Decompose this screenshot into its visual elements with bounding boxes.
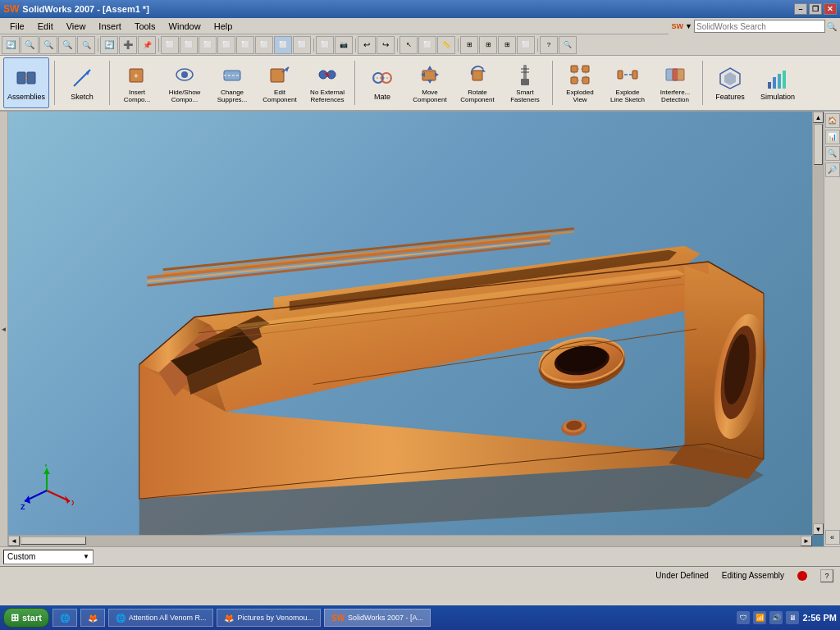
tool-add[interactable]: ➕ [119, 36, 137, 54]
tool-measure[interactable]: 📏 [437, 36, 455, 54]
tool-view-top[interactable]: ⬜ [180, 36, 198, 54]
svg-rect-27 [472, 71, 482, 80]
menu-view[interactable]: View [60, 20, 93, 33]
tool-view-front[interactable]: ⬜ [161, 36, 179, 54]
ribbon-explode-line[interactable]: ExplodeLine Sketch [605, 57, 650, 108]
menu-insert[interactable]: Insert [92, 20, 128, 33]
model-canvas[interactable]: X Y Z [8, 112, 824, 546]
tool-zoom-in[interactable]: 🔍 [21, 36, 39, 54]
move-component-label: MoveComponent [413, 89, 446, 104]
taskbar-pictures-icon: 🦊 [224, 614, 234, 623]
sidebar-home[interactable]: 🏠 [825, 113, 840, 128]
tool-pin[interactable]: 📌 [138, 36, 156, 54]
scroll-down-button[interactable]: ▼ [813, 523, 824, 535]
scroll-thumb-v[interactable] [814, 124, 823, 165]
tool-display3[interactable]: ⬜ [274, 36, 292, 54]
taskbar-solidworks[interactable]: SW SolidWorks 2007 - [A... [324, 609, 431, 627]
svg-marker-92 [43, 468, 50, 474]
ribbon-mate[interactable]: Mate [360, 57, 404, 108]
tool-refresh[interactable]: 🔄 [100, 36, 118, 54]
tool-zoom-fit[interactable]: 🔍 [58, 36, 76, 54]
status-bar: Under Defined Editing Assembly ? [0, 566, 840, 584]
ribbon-no-ext-refs[interactable]: No ExternalReferences [305, 57, 349, 108]
menu-edit[interactable]: Edit [31, 20, 60, 33]
help-button[interactable]: ? [820, 569, 833, 582]
scroll-right-button[interactable]: ► [801, 536, 812, 546]
tool-3d1[interactable]: ⬜ [517, 36, 535, 54]
left-panel-toggle[interactable]: ◄ [0, 112, 8, 546]
tool-search[interactable]: 🔍 [559, 36, 577, 54]
view-dropdown[interactable]: Custom ▼ [3, 550, 94, 564]
tool-display2[interactable]: ⬜ [255, 36, 273, 54]
scroll-left-button[interactable]: ◄ [8, 536, 20, 546]
ribbon-exploded-view[interactable]: ExplodedView [558, 57, 602, 108]
ribbon-sep3 [354, 61, 355, 105]
search-icon[interactable]: 🔍 [827, 22, 837, 31]
svg-rect-49 [773, 77, 776, 89]
ribbon-move-component[interactable]: MoveComponent [408, 57, 452, 108]
sidebar-collapse[interactable]: « [825, 530, 840, 545]
tray-shield: 🛡 [737, 611, 750, 624]
menu-tools[interactable]: Tools [128, 20, 162, 33]
tool-table[interactable]: ⊞ [479, 36, 497, 54]
tool-display1[interactable]: ⬜ [236, 36, 254, 54]
ribbon-rotate-component[interactable]: RotateComponent [455, 57, 500, 108]
tool-rotate-view[interactable]: 🔄 [2, 36, 20, 54]
menu-help[interactable]: Help [208, 20, 240, 33]
svg-rect-42 [632, 71, 637, 79]
tool-display4[interactable]: ⬜ [293, 36, 311, 54]
ribbon-edit-component[interactable]: EditComponent [258, 57, 302, 108]
tool-select[interactable]: ↖ [399, 36, 418, 54]
tool-options[interactable]: ⊞ [498, 36, 516, 54]
ribbon-insert-component[interactable]: + InsertCompo... [115, 57, 159, 108]
tool-redo[interactable]: ↪ [377, 36, 395, 54]
tool-select2[interactable]: ⬜ [418, 36, 436, 54]
tool-zoom-area[interactable]: 🔍 [77, 36, 95, 54]
ribbon-features[interactable]: Features [708, 57, 752, 108]
restore-button[interactable]: ❐ [809, 3, 822, 15]
minimize-button[interactable]: – [794, 3, 807, 15]
change-suppress-label: ChangeSuppres... [217, 89, 247, 104]
tool-camera[interactable]: 📷 [335, 36, 353, 54]
scroll-up-button[interactable]: ▲ [813, 112, 824, 123]
scroll-thumb-h[interactable] [21, 536, 86, 545]
explode-line-label: ExplodeLine Sketch [610, 89, 645, 104]
svg-rect-45 [673, 69, 678, 80]
horizontal-scrollbar[interactable]: ◄ ► [8, 535, 812, 546]
taskbar-attention[interactable]: 🌐 Attention All Venom R... [108, 609, 214, 627]
menu-file[interactable]: File [3, 20, 31, 33]
taskbar-pictures[interactable]: 🦊 Pictures by Venomou... [217, 609, 321, 627]
ribbon-interference[interactable]: Interfere...Detection [653, 57, 697, 108]
tool-section[interactable]: ⬜ [316, 36, 334, 54]
separator3 [312, 36, 315, 54]
viewport[interactable]: X Y Z ▲ ▼ ◄ ► [8, 112, 824, 546]
tool-zoom-out[interactable]: 🔍 [39, 36, 57, 54]
menu-window[interactable]: Window [162, 20, 208, 33]
insert-component-label: InsertCompo... [124, 89, 150, 104]
ribbon-smart-fasteners[interactable]: SmartFasteners [503, 57, 547, 108]
window-title: SolidWorks 2007 - [Assem1 *] [22, 4, 148, 14]
sidebar-chart[interactable]: 📊 [825, 130, 840, 144]
tool-view-iso[interactable]: ⬜ [217, 36, 235, 54]
tool-grid[interactable]: ⊞ [460, 36, 478, 54]
title-bar-controls[interactable]: – ❐ ✕ [794, 3, 837, 15]
sidebar-search2[interactable]: 🔎 [825, 162, 840, 177]
close-button[interactable]: ✕ [824, 3, 837, 15]
ribbon-hide-show[interactable]: Hide/ShowCompo... [162, 57, 207, 108]
tool-help[interactable]: ? [540, 36, 558, 54]
svg-rect-51 [783, 71, 786, 89]
ribbon-sketch[interactable]: Sketch [60, 57, 104, 108]
search-input[interactable] [694, 20, 825, 33]
features-icon [717, 65, 743, 91]
tool-view-right[interactable]: ⬜ [199, 36, 217, 54]
tool-undo[interactable]: ↩ [358, 36, 376, 54]
sidebar-search1[interactable]: 🔍 [825, 146, 840, 161]
ribbon-simulation[interactable]: Simulation [756, 57, 800, 108]
taskbar-firefox[interactable]: 🦊 [80, 609, 105, 627]
ribbon-assemblies[interactable]: Assemblies [3, 57, 49, 108]
start-button[interactable]: ⊞ start [3, 608, 49, 628]
ribbon-change-suppress[interactable]: ChangeSuppres... [210, 57, 254, 108]
vertical-scrollbar[interactable]: ▲ ▼ [812, 112, 824, 535]
taskbar-ie[interactable]: 🌐 [52, 609, 77, 627]
axis-indicator: X Y Z [21, 464, 74, 518]
